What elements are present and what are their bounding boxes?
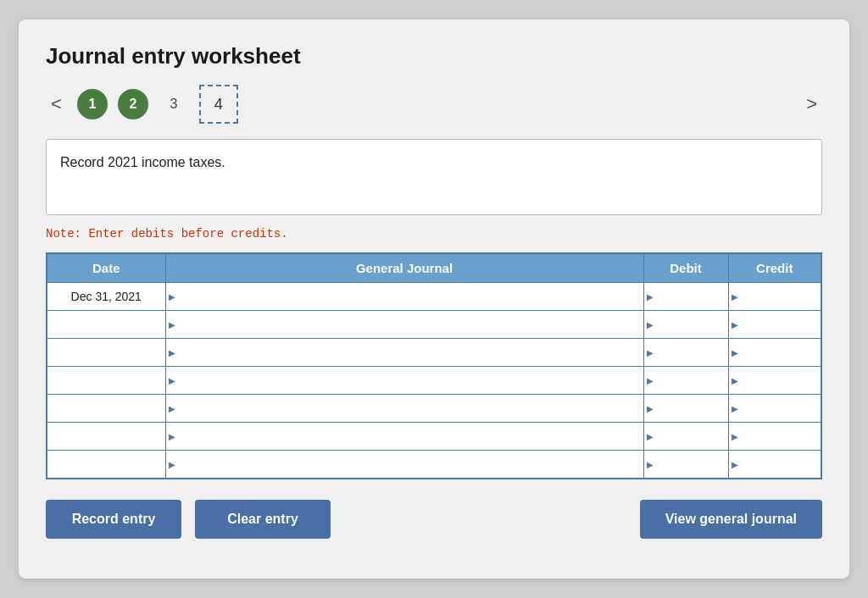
- debit-input-4[interactable]: [644, 395, 728, 422]
- col-header-journal: General Journal: [165, 253, 643, 283]
- credit-input-0[interactable]: [729, 283, 821, 310]
- debit-input-1[interactable]: [644, 311, 728, 338]
- description-text: Record 2021 income taxes.: [60, 155, 225, 169]
- col-header-debit: Debit: [643, 253, 728, 283]
- table-row: [47, 451, 821, 479]
- credit-input-4[interactable]: [729, 395, 821, 422]
- view-general-journal-button[interactable]: View general journal: [640, 500, 822, 539]
- journal-input-1[interactable]: [166, 311, 643, 338]
- page-title: Journal entry worksheet: [46, 43, 822, 69]
- step-3[interactable]: 3: [159, 89, 189, 119]
- credit-cell-5[interactable]: [728, 423, 821, 451]
- table-row: [47, 339, 821, 367]
- credit-cell-2[interactable]: [728, 339, 821, 367]
- credit-cell-0[interactable]: [728, 283, 821, 311]
- clear-entry-button[interactable]: Clear entry: [195, 500, 331, 539]
- debit-cell-2[interactable]: [643, 339, 728, 367]
- credit-cell-6[interactable]: [728, 451, 821, 479]
- date-cell-2: [47, 339, 165, 367]
- journal-cell-4[interactable]: [165, 395, 643, 423]
- credit-input-1[interactable]: [729, 311, 821, 338]
- table-row: [47, 423, 821, 451]
- debit-input-0[interactable]: [644, 283, 728, 310]
- table-row: [47, 311, 821, 339]
- debit-cell-0[interactable]: [643, 283, 728, 311]
- date-cell-1: [47, 311, 165, 339]
- journal-cell-5[interactable]: [165, 423, 643, 451]
- step-1[interactable]: 1: [77, 89, 108, 119]
- credit-cell-4[interactable]: [728, 395, 821, 423]
- button-row: Record entry Clear entry View general jo…: [46, 500, 822, 539]
- journal-cell-3[interactable]: [165, 367, 643, 395]
- debit-cell-4[interactable]: [643, 395, 728, 423]
- date-cell-4: [47, 395, 165, 423]
- journal-cell-1[interactable]: [165, 311, 643, 339]
- step-4[interactable]: 4: [199, 85, 238, 124]
- worksheet-card: Journal entry worksheet < 1 2 3 4 > Reco…: [19, 19, 849, 579]
- step-navigation: < 1 2 3 4 >: [46, 85, 822, 124]
- journal-table: Date General Journal Debit Credit Dec 31…: [46, 252, 822, 479]
- debit-cell-1[interactable]: [643, 311, 728, 339]
- table-row: Dec 31, 2021: [47, 283, 821, 311]
- journal-cell-0[interactable]: [165, 283, 643, 311]
- credit-cell-3[interactable]: [728, 367, 821, 395]
- table-row: [47, 367, 821, 395]
- date-cell-6: [47, 451, 165, 479]
- credit-cell-1[interactable]: [728, 311, 821, 339]
- debit-input-2[interactable]: [644, 339, 728, 366]
- credit-input-6[interactable]: [729, 451, 821, 478]
- col-header-credit: Credit: [728, 253, 821, 283]
- debit-input-6[interactable]: [644, 451, 728, 478]
- journal-input-4[interactable]: [166, 395, 643, 422]
- nav-right-arrow[interactable]: >: [801, 91, 822, 117]
- debit-cell-5[interactable]: [643, 423, 728, 451]
- col-header-date: Date: [47, 253, 165, 283]
- journal-input-2[interactable]: [166, 339, 643, 366]
- table-row: [47, 395, 821, 423]
- debit-cell-6[interactable]: [643, 451, 728, 479]
- debit-input-5[interactable]: [644, 423, 728, 450]
- note-text: Note: Enter debits before credits.: [46, 227, 822, 241]
- credit-input-5[interactable]: [729, 423, 821, 450]
- nav-left-arrow[interactable]: <: [46, 91, 67, 117]
- journal-input-0[interactable]: [166, 283, 643, 310]
- journal-input-6[interactable]: [166, 451, 643, 478]
- credit-input-3[interactable]: [729, 367, 821, 394]
- journal-cell-2[interactable]: [165, 339, 643, 367]
- journal-input-3[interactable]: [166, 367, 643, 394]
- debit-cell-3[interactable]: [643, 367, 728, 395]
- journal-input-5[interactable]: [166, 423, 643, 450]
- record-entry-button[interactable]: Record entry: [46, 500, 181, 539]
- debit-input-3[interactable]: [644, 367, 728, 394]
- description-box: Record 2021 income taxes.: [46, 139, 822, 215]
- credit-input-2[interactable]: [729, 339, 821, 366]
- date-cell-5: [47, 423, 165, 451]
- date-cell-3: [47, 367, 165, 395]
- step-2[interactable]: 2: [118, 89, 148, 119]
- journal-cell-6[interactable]: [165, 451, 643, 479]
- date-cell-0: Dec 31, 2021: [47, 283, 165, 311]
